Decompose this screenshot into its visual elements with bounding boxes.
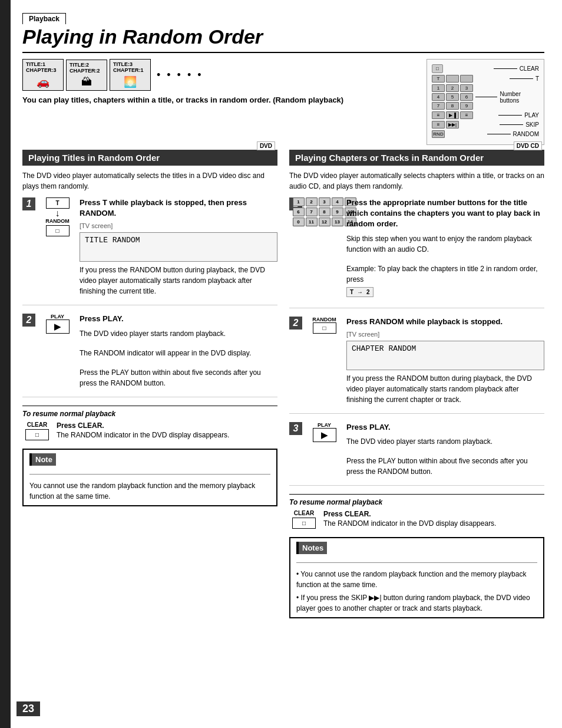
left-step1-t-label: T: [55, 200, 59, 206]
example-arrow: →: [357, 289, 363, 295]
disc-row: TITLE:1CHAPTER:3 🚗 TITLE:2CHAPTER:2 🏔 TI…: [22, 59, 415, 91]
right-step1-title: Press the appropriate number buttons for…: [346, 197, 544, 230]
left-step1: 1 T ↓ RANDOM □ Press T while playback is…: [22, 197, 277, 305]
right-resume-step-body: The RANDOM indicator in the DVD display …: [323, 518, 544, 529]
play-icon: ▶: [54, 322, 61, 331]
remote-btn-e2: [460, 75, 473, 83]
left-resume-title: To resume normal playback: [22, 410, 277, 418]
left-step1-icon-area: T ↓ RANDOM □: [41, 197, 74, 297]
left-note-text: You cannot use the random playback funct…: [29, 480, 270, 502]
example-2: 2: [366, 289, 370, 295]
left-resume-clear-area: CLEAR □: [22, 421, 52, 440]
right-step2-icon-area: RANDOM □: [308, 317, 340, 405]
left-step1-arrow: ↓: [55, 209, 60, 218]
right-step1-example: Example: To play back the chapters in ti…: [346, 263, 544, 285]
left-resume-row: CLEAR □ Press CLEAR. The RANDOM indicato…: [22, 421, 277, 440]
left-step2-body1: The DVD video player starts random playb…: [80, 328, 277, 339]
right-step3-icon-area: PLAY ▶: [308, 422, 340, 477]
right-step2-random-box: □: [313, 322, 336, 334]
left-resume-clear-label: CLEAR: [27, 421, 47, 428]
left-dvd-badge: DVD: [257, 141, 275, 150]
left-note-title: Note: [29, 453, 56, 466]
right-note1: • You cannot use the random playback fun…: [296, 569, 537, 590]
right-step3-body1: The DVD video player starts random playb…: [346, 436, 544, 447]
dots: • • • • •: [157, 69, 203, 81]
right-step1-skip: Skip this step when you want to enjoy th…: [346, 233, 544, 255]
left-bar: [0, 0, 11, 728]
remote-t-label: T: [510, 75, 539, 82]
right-step1: 1 1 2 3 4 5 6 7 8 9 10: [289, 197, 544, 308]
remote-btn-e1: [446, 75, 459, 83]
left-step1-random-label: RANDOM: [45, 218, 70, 224]
right-step2-random-label: RANDOM: [312, 317, 336, 322]
left-step2-number: 2: [22, 314, 35, 327]
left-step2-icon-area: PLAY ▶: [41, 314, 74, 388]
left-step1-tv-screen: TITLE RANDOM: [80, 232, 277, 262]
remote-skip-label: SKIP: [500, 121, 539, 128]
left-step1-tv-label: [TV screen]: [80, 222, 277, 229]
right-note2-text: If you press the SKIP ▶▶| button during …: [296, 594, 530, 612]
disc-item-2: TITLE:2CHAPTER:2 🏔: [66, 60, 107, 91]
disc-item-3: TITLE:3CHAPTER:1 🌅: [110, 59, 151, 91]
car-icon-2: 🏔: [70, 76, 104, 88]
left-step1-number: 1: [22, 197, 35, 210]
remote-num-grid-1: 1 2 3 4 5 6 7 8 9: [432, 84, 473, 110]
remote-num-grid-top: T: [432, 75, 507, 83]
page: Playback Playing in Random Order TITLE:1…: [0, 0, 562, 728]
left-step2-content: Press PLAY. The DVD video player starts …: [80, 314, 277, 388]
top-section: TITLE:1CHAPTER:3 🚗 TITLE:2CHAPTER:2 🏔 TI…: [22, 59, 544, 145]
right-step3-play-label: PLAY: [318, 422, 331, 428]
left-resume-clear-box: □: [25, 429, 49, 440]
right-resume-row: CLEAR □ Press CLEAR. The RANDOM indicato…: [289, 510, 544, 529]
left-column: DVD Playing Titles in Random Order The D…: [22, 150, 277, 618]
breadcrumb: Playback: [22, 13, 66, 24]
intro-text: You can play titles, chapters within a t…: [22, 95, 415, 104]
right-dvd-badge: DVD CD: [514, 141, 542, 150]
page-title: Playing in Random Order: [22, 25, 544, 53]
left-resume: To resume normal playback CLEAR □ Press …: [22, 406, 277, 440]
right-note1-text: You cannot use the random playback funct…: [296, 570, 526, 589]
remote-num-grid-skip: ≡ ▶▶|: [432, 121, 497, 129]
right-step3-title: Press PLAY.: [346, 422, 544, 433]
page-number: 23: [16, 701, 40, 716]
right-step2-tv-text: CHAPTER RANDOM: [352, 344, 416, 353]
remote-random-row: RND RANDOM: [432, 130, 539, 138]
left-note-box: Note You cannot use the random playback …: [22, 449, 277, 507]
right-step2-content: Press RANDOM while playback is stopped. …: [346, 317, 544, 405]
disc-illustrations: TITLE:1CHAPTER:3 🚗 TITLE:2CHAPTER:2 🏔 TI…: [22, 59, 415, 110]
left-step2-title: Press PLAY.: [80, 314, 277, 324]
right-resume-text-area: Press CLEAR. The RANDOM indicator in the…: [323, 510, 544, 529]
right-resume: To resume normal playback CLEAR □ Press …: [289, 494, 544, 529]
left-step2-play-label: PLAY: [51, 314, 64, 319]
right-note2: • If you press the SKIP ▶▶| button durin…: [296, 592, 537, 614]
right-step2-title: Press RANDOM while playback is stopped.: [346, 317, 544, 327]
left-step2-body3: Press the PLAY button within about five …: [80, 367, 277, 388]
right-step3-play-box: ▶: [313, 428, 336, 442]
right-resume-title: To resume normal playback: [289, 498, 544, 506]
right-step2: 2 RANDOM □ Press RANDOM while playback i…: [289, 317, 544, 414]
right-resume-clear-label: CLEAR: [294, 510, 314, 516]
remote-btn-t: T: [432, 75, 445, 83]
right-step3-body2: Press the PLAY button within about five …: [346, 456, 544, 477]
remote-diagram: □ CLEAR T T: [427, 59, 544, 145]
right-step2-tv-screen: CHAPTER RANDOM: [346, 341, 544, 370]
remote-play-label: PLAY: [498, 112, 539, 118]
car-icon-1: 🚗: [26, 75, 60, 88]
remote-numbtns-row: 1 2 3 4 5 6 7 8 9 Number buttons: [432, 84, 539, 110]
content: Playback Playing in Random Order TITLE:1…: [22, 12, 544, 618]
right-resume-clear-box: □: [292, 518, 316, 529]
right-section-header: DVD CD Playing Chapters or Tracks in Ran…: [289, 150, 544, 166]
right-step2-body: If you press the RANDOM button during pl…: [346, 373, 544, 405]
car-icon-3: 🌅: [113, 75, 147, 88]
right-resume-step-title: Press CLEAR.: [323, 510, 544, 518]
left-step1-t-box: T: [46, 197, 70, 209]
right-resume-clear-area: CLEAR □: [289, 510, 319, 529]
left-resume-text-area: Press CLEAR. The RANDOM indicator in the…: [57, 421, 277, 440]
left-step1-title: Press T while playback is stopped, then …: [80, 197, 277, 219]
right-play-icon: ▶: [321, 430, 328, 440]
left-section-desc: The DVD video player automatically selec…: [22, 170, 277, 192]
right-step1-content: Press the appropriate number buttons for…: [346, 197, 544, 299]
right-step1-example-display: T → 2: [346, 287, 373, 297]
right-step1-icon-area: 1 2 3 4 5 6 7 8 9 10 0 11 12: [308, 197, 340, 299]
remote-num-grid-random: RND: [432, 130, 485, 138]
